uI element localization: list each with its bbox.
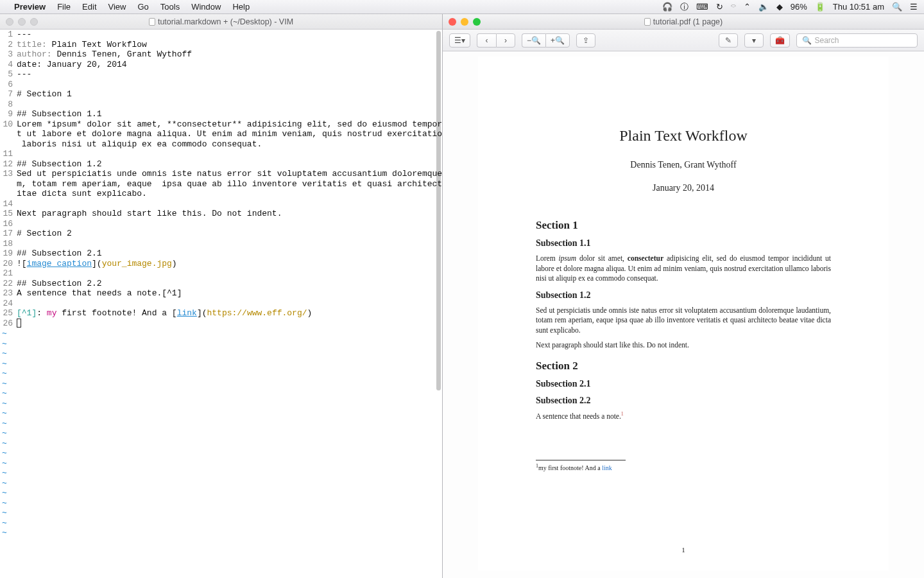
- minimize-button[interactable]: [18, 18, 26, 26]
- code-line: [17, 268, 442, 279]
- code-line: [^1]: my first footnote! And a [link](ht…: [17, 308, 442, 319]
- footnote-link[interactable]: link: [602, 464, 612, 471]
- pdf-h1: Section 2: [536, 360, 831, 372]
- scrollbar[interactable]: [436, 31, 441, 390]
- code-line: m, totam rem aperiam, eaque ipsa quae ab…: [17, 179, 442, 189]
- preview-toolbar: ☰▾ ‹ › −🔍 +🔍 ⇪ ✎ ▾ 🧰 🔍Search: [443, 30, 924, 51]
- app-indicator-icon[interactable]: ◆: [776, 2, 783, 12]
- pdf-page: Plain Text Workflow Dennis Tenen, Grant …: [478, 57, 889, 570]
- search-placeholder: Search: [815, 36, 839, 45]
- pdf-h2: Subsection 2.1: [536, 379, 831, 389]
- code-line: [17, 319, 442, 329]
- menu-help[interactable]: Help: [232, 2, 250, 12]
- document-icon: [149, 18, 155, 26]
- vim-titlebar[interactable]: tutorial.markdown + (~/Desktop) - VIM: [0, 14, 442, 30]
- code-line: ## Subsection 1.1: [17, 109, 442, 119]
- code-line: ---: [17, 69, 442, 80]
- code-line: [17, 149, 442, 159]
- vim-window: tutorial.markdown + (~/Desktop) - VIM 1-…: [0, 14, 443, 578]
- timemachine-icon[interactable]: ↻: [716, 2, 723, 12]
- battery-percent[interactable]: 96%: [791, 2, 807, 12]
- preview-title: tutorial.pdf (1 page): [653, 17, 723, 26]
- code-line: # Section 2: [17, 229, 442, 239]
- menu-tools[interactable]: Tools: [160, 2, 180, 12]
- footnote-ref: 1: [621, 411, 624, 417]
- pdf-paragraph: Next paragraph should start like this. D…: [536, 340, 831, 351]
- close-button[interactable]: [6, 18, 13, 26]
- code-line: Sed ut perspiciatis unde omnis iste natu…: [17, 169, 442, 179]
- pdf-paragraph: Lorem ipsum dolor sit amet, consectetur …: [536, 254, 831, 284]
- volume-icon[interactable]: 🔈: [758, 2, 769, 12]
- markup-toolbar-button[interactable]: 🧰: [770, 33, 790, 48]
- code-line: ![image caption](your_image.jpg): [17, 259, 442, 269]
- cursor: [17, 319, 21, 328]
- code-line: ## Subsection 2.1: [17, 249, 442, 259]
- clock[interactable]: Thu 10:51 am: [833, 2, 884, 12]
- code-line: date: January 20, 2014: [17, 60, 442, 70]
- code-line: ## Subsection 1.2: [17, 159, 442, 170]
- notification-center-icon[interactable]: ☰: [910, 2, 918, 12]
- pdf-paragraph: Sed ut perspiciatis unde omnis iste natu…: [536, 306, 831, 336]
- close-button[interactable]: [449, 18, 456, 26]
- code-line: [17, 100, 442, 110]
- app-menu[interactable]: Preview: [14, 2, 46, 12]
- zoom-button[interactable]: [473, 18, 481, 26]
- code-line: t ut labore et dolore magna aliqua. Ut e…: [17, 129, 442, 139]
- code-line: Next paragraph should start like this. D…: [17, 209, 442, 219]
- code-line: # Section 1: [17, 89, 442, 100]
- code-line: [17, 239, 442, 249]
- code-line: ---: [17, 30, 442, 40]
- menu-edit[interactable]: Edit: [82, 2, 96, 12]
- code-line: Lorem *ipsum* dolor sit amet, **consecte…: [17, 119, 442, 130]
- minimize-button[interactable]: [461, 18, 468, 26]
- sidebar-toggle-button[interactable]: ☰▾: [449, 33, 470, 48]
- search-field[interactable]: 🔍Search: [796, 33, 918, 48]
- wifi-icon[interactable]: ⌃: [744, 2, 751, 12]
- menu-window[interactable]: Window: [191, 2, 221, 12]
- menubar: Preview File Edit View Go Tools Window H…: [0, 0, 924, 14]
- menu-file[interactable]: File: [57, 2, 71, 12]
- page-number: 1: [478, 546, 889, 554]
- pdf-h2: Subsection 2.2: [536, 396, 831, 406]
- code-line: ## Subsection 2.2: [17, 279, 442, 289]
- code-line: [17, 299, 442, 309]
- pdf-title: Plain Text Workflow: [536, 127, 831, 144]
- preview-window: tutorial.pdf (1 page) ☰▾ ‹ › −🔍 +🔍 ⇪ ✎ ▾…: [443, 14, 924, 578]
- next-page-button[interactable]: ›: [496, 33, 515, 48]
- zoom-in-button[interactable]: +🔍: [545, 33, 570, 48]
- footnote: 1my first footnote! And a link: [536, 463, 831, 471]
- battery-icon[interactable]: 🔋: [815, 2, 825, 12]
- highlight-button[interactable]: ✎: [719, 33, 738, 48]
- zoom-button[interactable]: [30, 18, 38, 26]
- code-line: title: Plain Text Workflow: [17, 40, 442, 50]
- preview-titlebar[interactable]: tutorial.pdf (1 page): [443, 14, 924, 30]
- pdf-h2: Subsection 1.1: [536, 238, 831, 249]
- markup-dropdown-button[interactable]: ▾: [744, 33, 764, 48]
- code-line: [17, 219, 442, 229]
- code-line: [17, 80, 442, 90]
- footnote-rule: [536, 460, 626, 460]
- share-button[interactable]: ⇪: [576, 33, 595, 48]
- spotlight-icon[interactable]: 🔍: [892, 2, 902, 12]
- vim-title: tutorial.markdown + (~/Desktop) - VIM: [158, 17, 293, 26]
- zoom-out-button[interactable]: −🔍: [522, 33, 545, 48]
- code-line: laboris nisi ut aliquip ex ea commodo co…: [17, 139, 442, 150]
- keyboard-icon[interactable]: ⌨: [696, 2, 708, 12]
- pdf-h2: Subsection 1.2: [536, 290, 831, 301]
- info-icon[interactable]: ⓘ: [680, 1, 689, 13]
- pdf-viewport[interactable]: Plain Text Workflow Dennis Tenen, Grant …: [443, 51, 924, 578]
- code-line: author: Dennis Tenen, Grant Wythoff: [17, 49, 442, 60]
- pdf-paragraph: A sentence that needs a note.1: [536, 411, 831, 421]
- prev-page-button[interactable]: ‹: [477, 33, 496, 48]
- menu-view[interactable]: View: [108, 2, 126, 12]
- code-line: A sentence that needs a note.[^1]: [17, 288, 442, 299]
- code-line: [17, 199, 442, 209]
- editor-area[interactable]: 1--- 2title: Plain Text Workflow 3author…: [0, 30, 442, 578]
- pdf-author: Dennis Tenen, Grant Wythoff: [536, 160, 831, 170]
- search-icon: 🔍: [802, 36, 812, 45]
- document-icon: [644, 18, 651, 26]
- pdf-date: January 20, 2014: [536, 183, 831, 193]
- bluetooth-icon[interactable]: ⌔: [731, 2, 736, 12]
- headphones-icon[interactable]: 🎧: [662, 2, 672, 12]
- menu-go[interactable]: Go: [137, 2, 148, 12]
